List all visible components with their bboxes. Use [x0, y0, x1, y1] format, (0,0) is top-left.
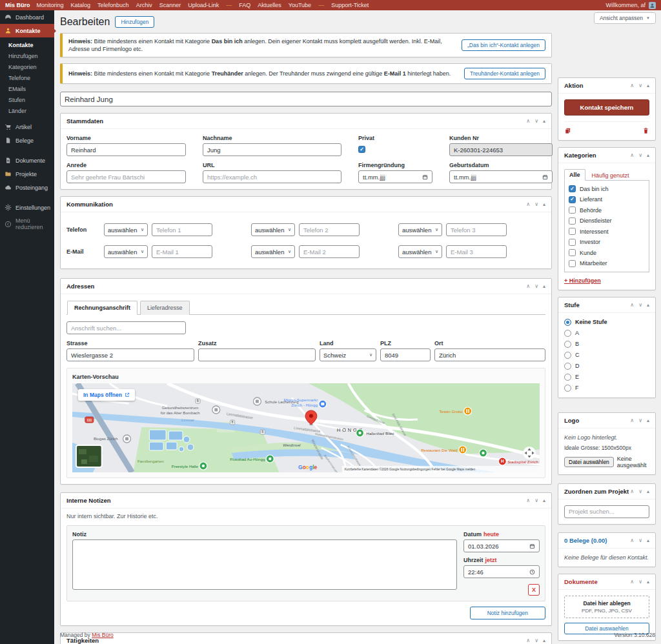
- email2-type-select[interactable]: auswählen∨: [251, 245, 295, 258]
- notiz-datum-input[interactable]: 01.03.2026: [463, 539, 540, 552]
- topbar-item-monitoring[interactable]: Monitoring: [37, 2, 64, 8]
- collapse-panel-icon[interactable]: ▴: [543, 118, 545, 124]
- move-up-icon[interactable]: ∧: [630, 418, 634, 423]
- topbar-item-telefonbuch[interactable]: Telefonbuch: [97, 2, 129, 8]
- user-avatar[interactable]: [649, 2, 656, 9]
- privat-checkbox[interactable]: [358, 146, 365, 153]
- telefon3-input[interactable]: [446, 223, 507, 236]
- plz-input[interactable]: [380, 348, 431, 361]
- move-up-icon[interactable]: ∧: [630, 579, 634, 585]
- category-item[interactable]: Mitarbeiter: [569, 260, 645, 267]
- project-search-input[interactable]: [564, 505, 649, 518]
- move-down-icon[interactable]: ∨: [638, 152, 642, 158]
- topbar-item-youtube[interactable]: YouTube: [289, 2, 311, 8]
- topbar-item-upload-link[interactable]: Upload-Link: [188, 2, 219, 8]
- file-dropzone[interactable]: Datei hier ablegen PDF, PNG, JPG, CSV: [564, 596, 649, 618]
- submenu-item-kategorien[interactable]: Kategorien: [0, 61, 54, 72]
- collapse-panel-icon[interactable]: ▴: [543, 283, 545, 289]
- stufe-option[interactable]: A: [564, 330, 649, 337]
- email2-input[interactable]: [299, 245, 360, 258]
- duplicate-contact-button[interactable]: [564, 127, 571, 134]
- stufe-option[interactable]: C: [564, 352, 649, 359]
- tab-alle[interactable]: Alle: [564, 169, 585, 181]
- collapse-panel-icon[interactable]: ▴: [647, 538, 649, 543]
- google-map[interactable]: Limmattalstrasse Limmattalstrasse Hohenk…: [72, 383, 540, 472]
- email1-type-select[interactable]: auswählen∨: [104, 245, 148, 258]
- collapse-panel-icon[interactable]: ▴: [647, 152, 649, 158]
- move-up-icon[interactable]: ∧: [526, 283, 530, 289]
- map-container[interactable]: Limmattalstrasse Limmattalstrasse Hohenk…: [72, 383, 540, 472]
- stufe-option[interactable]: F: [564, 385, 649, 392]
- view-options-button[interactable]: Ansicht anpassen ▼: [594, 12, 656, 24]
- address-search-input[interactable]: [66, 321, 186, 334]
- submenu-item-emails[interactable]: EMails: [0, 83, 54, 94]
- category-checkbox[interactable]: [569, 196, 576, 203]
- move-down-icon[interactable]: ∨: [638, 83, 642, 88]
- geburtsdatum-date-input[interactable]: tt.mm.jjjj: [449, 170, 553, 183]
- sidebar-item-kontakte[interactable]: Kontakte: [0, 24, 54, 37]
- delete-contact-button[interactable]: [642, 127, 649, 134]
- category-item[interactable]: Investor: [569, 239, 645, 246]
- topbar-item-scanner[interactable]: Scanner: [159, 2, 181, 8]
- topbar-item-support-ticket[interactable]: Support-Ticket: [331, 2, 369, 8]
- sidebar-item-dokumente[interactable]: Dokumente: [0, 154, 54, 167]
- move-up-icon[interactable]: ∧: [630, 152, 634, 158]
- sidebar-item-dashboard[interactable]: Dashboard: [0, 10, 54, 24]
- category-checkbox[interactable]: [569, 239, 576, 246]
- category-checkbox[interactable]: [569, 260, 576, 267]
- topbar-welcome[interactable]: Willkommen, af: [605, 2, 646, 8]
- stufe-radio[interactable]: [564, 352, 571, 359]
- add-category-link[interactable]: + Hinzufügen: [564, 277, 601, 284]
- category-checkbox[interactable]: [569, 206, 576, 214]
- remove-notiz-button[interactable]: X: [528, 584, 540, 596]
- category-item[interactable]: Kunde: [569, 249, 645, 256]
- topbar-item-archiv[interactable]: Archiv: [136, 2, 152, 8]
- topbar-item-katalog[interactable]: Katalog: [71, 2, 91, 8]
- telefon2-type-select[interactable]: auswählen∨: [251, 223, 295, 236]
- sidebar-item-collapse-menu[interactable]: Menü reduzieren: [0, 214, 54, 234]
- stufe-radio[interactable]: [564, 319, 571, 326]
- footer-brand-link[interactable]: Mis Büro: [92, 632, 114, 638]
- add-notiz-button[interactable]: Notiz hinzufügen: [470, 607, 545, 619]
- move-up-icon[interactable]: ∧: [526, 498, 530, 503]
- sidebar-item-artikel[interactable]: Artikel: [0, 120, 54, 134]
- vorname-input[interactable]: [66, 143, 186, 156]
- submenu-item-kontakte[interactable]: Kontakte: [0, 39, 54, 50]
- collapse-panel-icon[interactable]: ▴: [543, 498, 545, 503]
- move-down-icon[interactable]: ∨: [638, 302, 642, 308]
- category-checkbox[interactable]: [569, 249, 576, 256]
- collapse-panel-icon[interactable]: ▴: [543, 638, 545, 643]
- anrede-input[interactable]: [66, 170, 186, 183]
- choose-file-button[interactable]: Datei auswählen: [564, 457, 614, 467]
- stufe-option[interactable]: Keine Stufe: [564, 319, 649, 326]
- move-up-icon[interactable]: ∧: [526, 201, 530, 207]
- stufe-option[interactable]: E: [564, 374, 649, 381]
- map-pan-control[interactable]: [523, 447, 536, 459]
- collapse-panel-icon[interactable]: ▴: [647, 579, 649, 585]
- move-up-icon[interactable]: ∧: [526, 118, 530, 124]
- move-down-icon[interactable]: ∨: [534, 201, 538, 207]
- category-checkbox[interactable]: [569, 228, 576, 235]
- sidebar-item-projekte[interactable]: Projekte: [0, 167, 54, 181]
- add-contact-button[interactable]: Hinzufügen: [115, 16, 154, 28]
- tab-haeufig-genutzt[interactable]: Häufig genutzt: [591, 170, 631, 181]
- email3-type-select[interactable]: auswählen∨: [398, 245, 442, 258]
- topbar-item-faq[interactable]: FAQ: [239, 2, 250, 8]
- sidebar-item-posteingang[interactable]: Posteingang: [0, 181, 54, 194]
- notiz-uhrzeit-input[interactable]: 22:46: [463, 565, 540, 578]
- sidebar-item-belege[interactable]: Belege: [0, 134, 54, 147]
- create-treuhaender-contact-button[interactable]: Treuhänder-Kontakt anlegen: [464, 68, 545, 79]
- tab-rechnungsanschrift[interactable]: Rechnungsanschrift: [67, 301, 137, 315]
- notiz-textarea[interactable]: [72, 539, 457, 590]
- stufe-option[interactable]: B: [564, 341, 649, 348]
- move-down-icon[interactable]: ∨: [534, 498, 538, 503]
- submenu-item-telefone[interactable]: Telefone: [0, 72, 54, 83]
- submenu-item-stufen[interactable]: Stufen: [0, 94, 54, 105]
- telefon1-type-select[interactable]: auswählen∨: [104, 223, 148, 236]
- category-item[interactable]: Interessent: [569, 228, 645, 235]
- telefon1-input[interactable]: [152, 223, 212, 236]
- submenu-item-laender[interactable]: Länder: [0, 105, 54, 116]
- move-down-icon[interactable]: ∨: [534, 283, 538, 289]
- email3-input[interactable]: [446, 245, 507, 258]
- category-item[interactable]: Lieferant: [569, 196, 645, 203]
